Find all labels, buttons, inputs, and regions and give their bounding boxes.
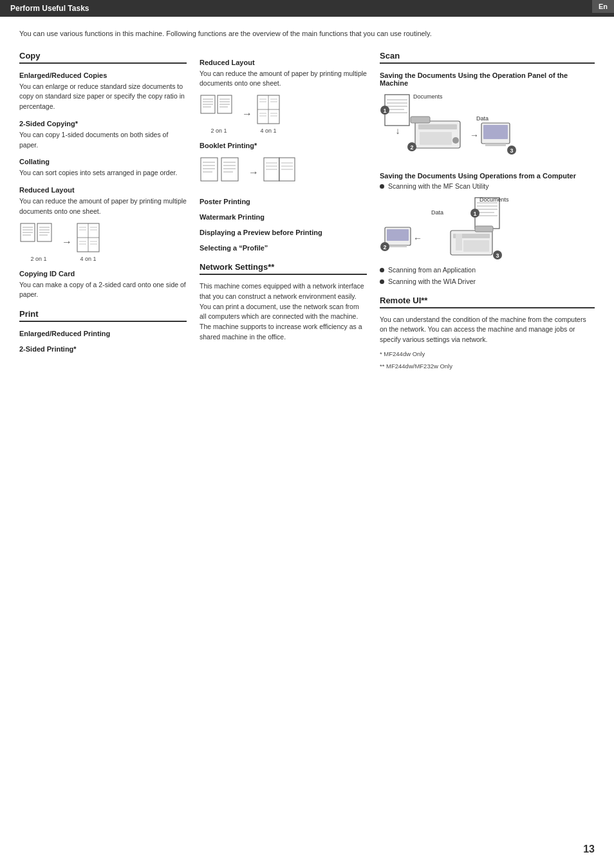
svg-text:Documents: Documents [413,93,443,100]
svg-text:Data: Data [431,209,443,216]
two-sided-title: 2-Sided Copying* [19,120,187,127]
collating-title: Collating [19,158,187,165]
copying-id-card: Copying ID Card You can make a copy of a… [19,270,187,301]
selecting-profile-title: Selecting a “Profile” [200,244,367,252]
reduced-layout-copy-title: Reduced Layout [19,186,187,194]
four-on-one-result-icon [76,222,100,254]
svg-text:1: 1 [383,108,386,114]
enlarged-reduced-title: Enlarged/Reduced Copies [19,71,187,79]
copy-section: Copy Enlarged/Reduced Copies You can enl… [19,51,200,356]
print-section-title: Print [19,309,187,322]
svg-rect-47 [221,158,238,181]
collating: Collating You can sort copies into sets … [19,158,187,178]
reduced-layout-copy: Reduced Layout You can reduce the amount… [19,186,187,262]
scan-section: Scan Saving the Documents Using the Oper… [380,51,595,370]
booklet-printing: Booklet Printing* → [200,142,367,190]
scan-computer-title: Saving the Documents Using Operations fr… [380,172,595,180]
print-section: Print Enlarged/Reduced Printing 2-Sided … [19,309,187,353]
scan-application-item: Scanning from an Application [380,266,595,274]
copying-id-card-title: Copying ID Card [19,270,187,278]
scan-panel-diagram-svg: 1 Documents ↓ 2 [380,92,521,163]
scan-mf-utility-label: Scanning with the MF Scan Utility [388,182,488,190]
svg-rect-74 [420,132,452,145]
middle-arrow-icon: → [242,108,252,120]
page-number: 13 [583,844,595,855]
watermark-printing: Watermark Printing [200,213,367,221]
booklet-printing-title: Booklet Printing* [200,142,367,149]
enlarged-reduced-printing-title: Enlarged/Reduced Printing [19,330,187,337]
svg-text:→: → [470,130,479,140]
header-title: Perform Useful Tasks [10,4,89,13]
two-on-one-label: 2 on 1 [30,256,46,262]
footnote-line2: ** MF244dw/MF232w Only [380,363,595,370]
intro-text: You can use various functions in this ma… [19,28,595,39]
two-sided-printing-title: 2-Sided Printing* [19,345,187,353]
copy-section-title: Copy [19,51,187,64]
svg-text:Documents: Documents [479,196,509,203]
svg-text:Data: Data [476,115,488,122]
reduced-layout-middle-text: You can reduce the amount of paper by pr… [200,69,367,90]
svg-text:1: 1 [473,211,476,217]
network-settings-text: This machine comes equipped with a netwo… [200,281,367,343]
copying-id-card-text: You can make a copy of a 2-sided card on… [19,280,187,301]
svg-rect-72 [418,124,457,129]
booklet-arrow-icon: → [248,167,259,178]
display-preview: Displaying a Preview before Printing [200,229,367,236]
svg-rect-100 [463,240,489,252]
collating-text: You can sort copies into sets arranged i… [19,168,187,178]
bullet-dot-1 [380,184,384,189]
scan-panel-diagram: 1 Documents ↓ 2 [380,92,595,164]
reduced-layout-middle-title: Reduced Layout [200,59,367,66]
svg-rect-99 [456,234,462,250]
scan-wia-label: Scanning with the WIA Driver [388,278,476,285]
svg-text:2: 2 [410,144,413,151]
middle-section: Reduced Layout You can reduce the amount… [200,51,380,346]
network-settings-title: Network Settings** [200,262,367,275]
scan-section-title: Scan [380,51,595,64]
svg-text:↓: ↓ [396,126,400,136]
svg-rect-42 [201,158,218,181]
enlarged-reduced-copies: Enlarged/Reduced Copies You can enlarge … [19,71,187,112]
network-settings-section: Network Settings** This machine comes eq… [200,262,367,343]
remote-ui-text: You can understand the condition of the … [380,315,595,345]
display-preview-title: Displaying a Preview before Printing [200,229,367,236]
scan-panel-subsection: Saving the Documents Using the Operation… [380,71,595,164]
svg-rect-75 [411,117,430,123]
scan-mf-utility-item: Scanning with the MF Scan Utility [380,182,595,190]
booklet-result-icon [263,155,298,190]
two-sided-text: You can copy 1-sided documents on both s… [19,130,187,151]
svg-rect-101 [475,226,493,232]
arrow-icon: → [62,236,72,248]
remote-ui-section: Remote UI** You can understand the condi… [380,296,595,370]
remote-ui-title: Remote UI** [380,296,595,308]
svg-rect-81 [485,144,506,146]
scan-application-label: Scanning from an Application [388,266,476,274]
bullet-dot-2 [380,268,384,272]
poster-printing-title: Poster Printing [200,198,367,205]
selecting-profile: Selecting a “Profile” [200,244,367,252]
svg-text:2: 2 [383,244,386,250]
svg-point-73 [452,137,459,144]
footnote-line1: * MF244dw Only [380,350,595,357]
copy-layout-diagram: 2 on 1 → [19,222,187,262]
middle-two-on-one-label: 2 on 1 [210,127,227,134]
reduced-layout-copy-text: You can reduce the amount of paper by pr… [19,196,187,217]
svg-rect-80 [483,125,508,139]
scan-computer-diagram: 1 Documents ↓ Data ← [380,195,595,261]
svg-rect-105 [387,229,409,241]
booklet-diagram: → [200,155,367,190]
middle-layout-diagram: 2 on 1 → [200,94,367,134]
two-on-one-source-icon [19,222,58,254]
bullet-dot-3 [380,279,384,284]
lang-tab: En [592,0,614,13]
reduced-layout-middle: Reduced Layout You can reduce the amount… [200,59,367,135]
four-on-one-label: 4 on 1 [80,256,96,262]
middle-four-on-one-label: 4 on 1 [260,127,276,134]
svg-text:←: ← [413,233,422,243]
booklet-source-icon [200,155,245,190]
scan-computer-diagram-svg: 1 Documents ↓ Data ← [380,195,521,259]
section-header: Perform Useful Tasks [0,0,614,17]
svg-text:3: 3 [510,147,513,154]
poster-printing: Poster Printing [200,198,367,205]
scan-computer-subsection: Saving the Documents Using Operations fr… [380,172,595,285]
